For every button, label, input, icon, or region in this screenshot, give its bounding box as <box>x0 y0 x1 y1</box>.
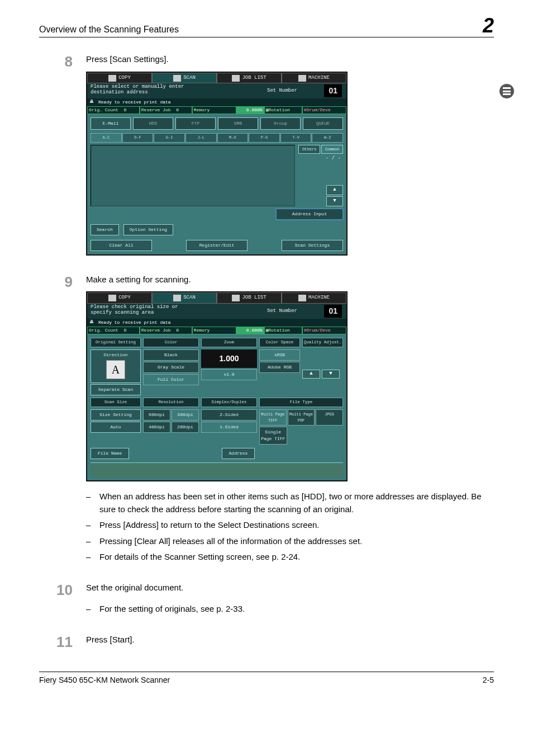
btn-option-setting[interactable]: Option Setting <box>123 224 173 235</box>
hdr-original-setting[interactable]: Original Setting <box>91 338 141 347</box>
step-9-bullets: When an address has been set in other it… <box>86 490 494 564</box>
page-header: Overview of the Scanning Features 2 <box>39 17 494 37</box>
hdr-scan-size: Scan Size <box>91 398 141 407</box>
ready-text: Ready to receive print data <box>96 98 346 106</box>
step-9: 9 Make a setting for scanning. COPY SCAN… <box>39 273 494 567</box>
chapter-number: 2 <box>483 17 494 35</box>
hdr-color-space: Color Space <box>259 338 300 347</box>
tab-joblist[interactable]: JOB LIST <box>217 73 282 84</box>
step-number: 10 <box>39 582 73 619</box>
opt-gray[interactable]: Gray Scale <box>143 362 199 373</box>
tab-ps[interactable]: P-S <box>249 133 280 143</box>
bullet-item: For details of the Scanner Setting scree… <box>86 551 494 564</box>
btn-scan-settings[interactable]: Scan Settings <box>282 240 343 251</box>
btn-address[interactable]: Address <box>222 448 255 459</box>
opt-2sided[interactable]: 2-Sided <box>201 409 257 420</box>
btn-filename[interactable]: File Name <box>91 448 129 459</box>
btn-common[interactable]: Common <box>321 145 343 154</box>
list-icon <box>232 75 240 82</box>
btn-search[interactable]: Search <box>91 224 119 235</box>
step-number: 11 <box>39 634 73 652</box>
hdr-resolution: Resolution <box>143 398 199 407</box>
btn-qa-down[interactable]: ▼ <box>322 370 340 379</box>
tab-joblist[interactable]: JOB LIST <box>217 292 282 304</box>
opt-mptiff[interactable]: Multi Page TIFF <box>259 409 287 426</box>
scan-icon <box>173 75 181 82</box>
scroll-up-button[interactable]: ▲ <box>326 185 343 195</box>
btn-queue[interactable]: QUEUE <box>303 117 343 130</box>
tab-df[interactable]: D-F <box>122 133 154 143</box>
btn-smb[interactable]: SMB <box>218 117 258 130</box>
opt-jpeg[interactable]: JPEG <box>316 409 343 426</box>
btn-clear-all[interactable]: Clear All <box>91 240 152 251</box>
step-11-text: Press [Start]. <box>86 634 494 646</box>
step-8-text: Press [Scan Settings]. <box>86 53 494 66</box>
btn-ftp[interactable]: FTP <box>175 117 216 130</box>
btn-email[interactable]: E-Mail <box>91 117 131 130</box>
copy-icon <box>108 295 116 301</box>
scroll-down-button[interactable]: ▼ <box>326 196 343 206</box>
opt-200[interactable]: 200dpi <box>172 422 199 433</box>
tab-wz[interactable]: W-Z <box>312 133 343 143</box>
hdr-quality-adjust[interactable]: Quality Adjust. <box>302 338 343 347</box>
printer-icon: 🖶 <box>87 319 96 327</box>
direction-label: Direction A <box>91 349 141 383</box>
zoom-value: 1.000 <box>201 349 257 368</box>
set-number: Set Number 01 <box>263 83 346 98</box>
top-tabbar: COPY SCAN JOB LIST MACHINE <box>87 73 346 84</box>
btn-separate-scan[interactable]: Separate Scan <box>91 384 141 395</box>
opt-600[interactable]: 600dpi <box>143 409 170 420</box>
btn-hdd[interactable]: HDD <box>133 117 173 130</box>
btn-auto[interactable]: Auto <box>91 422 141 433</box>
opt-black[interactable]: Black <box>143 349 199 361</box>
step-8: 8 Press [Scan Settings]. COPY SCAN JOB L… <box>39 53 494 259</box>
tab-copy[interactable]: COPY <box>87 73 152 84</box>
opt-sptiff[interactable]: Single Page TIFF <box>259 427 287 445</box>
opt-srgb[interactable]: sRGB <box>259 349 300 361</box>
header-title: Overview of the Scanning Features <box>39 25 179 35</box>
opt-1sided[interactable]: 1-Sided <box>201 422 257 433</box>
hdr-simplex-duplex: Simplex/Duplex <box>201 398 257 407</box>
tab-machine[interactable]: MACHINE <box>282 292 346 304</box>
tab-copy[interactable]: COPY <box>87 292 152 304</box>
message-area: Please check original size or specify sc… <box>87 304 263 319</box>
alpha-tabs: A-C D-F G-I J-L M-O P-S T-V W-Z <box>91 133 343 143</box>
tab-gi[interactable]: G-I <box>154 133 185 143</box>
tab-ac[interactable]: A-C <box>91 133 122 143</box>
scan-icon <box>173 295 181 301</box>
machine-icon <box>298 295 306 301</box>
menu-icon <box>499 84 514 98</box>
status-bar: Orig. Count 0 Reserve Job 0 Memory 0.000… <box>87 327 346 334</box>
footer-left: Fiery S450 65C-KM Network Scanner <box>39 675 170 684</box>
tab-tv[interactable]: T-V <box>280 133 312 143</box>
address-list[interactable] <box>91 145 295 206</box>
category-buttons: E-Mail HDD FTP SMB Group QUEUE <box>91 117 343 130</box>
btn-qa-up[interactable]: ▲ <box>302 370 320 379</box>
opt-400[interactable]: 400dpi <box>143 422 170 433</box>
step-11: 11 Press [Start]. <box>39 634 494 652</box>
tab-scan[interactable]: SCAN <box>152 73 217 84</box>
scan-settings-footer <box>91 462 343 477</box>
hdr-file-type: File Type <box>259 398 343 407</box>
opt-mppdf[interactable]: Multi Page PDF <box>288 409 315 426</box>
btn-register-edit[interactable]: Register/Edit <box>186 240 248 251</box>
set-number: Set Number 01 <box>263 304 346 319</box>
step-10-text: Set the original document. <box>86 582 494 594</box>
tab-jl[interactable]: J-L <box>185 133 217 143</box>
btn-others[interactable]: Others <box>298 145 320 154</box>
opt-adobe[interactable]: Adobe RGB <box>259 362 300 373</box>
step-10: 10 Set the original document. For the se… <box>39 582 494 619</box>
btn-size-setting[interactable]: Size Setting <box>91 409 141 420</box>
top-tabbar: COPY SCAN JOB LIST MACHINE <box>87 292 346 304</box>
printer-icon: 🖶 <box>87 98 96 106</box>
pager-text: - / - <box>298 154 343 164</box>
btn-address-input[interactable]: Address Input <box>276 209 343 220</box>
tab-machine[interactable]: MACHINE <box>282 73 346 84</box>
tab-mo[interactable]: M-O <box>217 133 249 143</box>
btn-x1[interactable]: x1.0 <box>201 369 257 380</box>
btn-group[interactable]: Group <box>260 117 301 130</box>
direction-icon: A <box>106 360 125 379</box>
tab-scan[interactable]: SCAN <box>152 292 217 304</box>
opt-300[interactable]: 300dpi <box>172 409 199 420</box>
opt-fullcolor[interactable]: Full Color <box>143 374 199 385</box>
